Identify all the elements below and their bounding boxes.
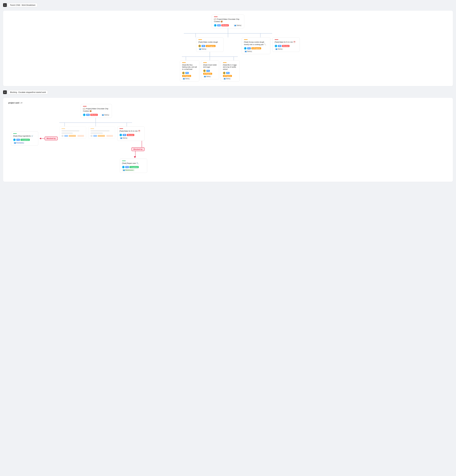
l2-team-1: 👥 Baking (203, 75, 211, 77)
s2-project-title: [📋 Project] Make Chocolate Chip Cookies … (83, 108, 110, 112)
s2-proj-priority: P0 (86, 114, 90, 116)
repair-priority: P2 (125, 166, 129, 168)
l2-title-1: [Task] Cream butter and sugar (203, 64, 217, 68)
l1-avatar-1: 👤 (244, 47, 247, 50)
repair-title: [Task] Repair oven 🔧 (122, 162, 145, 164)
root-team: 👥 Baking (233, 24, 242, 26)
l1-title-0: [Task] Make cookie dough (198, 41, 221, 43)
bake-avatar: 👤 (120, 134, 122, 136)
blocked-by-label-1: Blocked by (45, 136, 58, 140)
section-1-title: Parent Child - Work Breakdown (8, 3, 37, 7)
repair-status: Completed (129, 166, 139, 168)
l1-team-1: 👥 Baking (244, 50, 253, 52)
shop-meta: 👤 P1 Completed 👥 Purchasing (13, 138, 36, 144)
shop-priority: P1 (16, 139, 20, 141)
repair-team: 👥 Maintenance (122, 169, 135, 171)
l1-priority-0: P0 (202, 45, 205, 47)
l1-team-0: 👥 Baking (198, 48, 207, 50)
l1-accent-1 (244, 39, 248, 40)
l1-avatar-0: 👤 (198, 45, 201, 47)
l1-card-1[interactable]: [Task] Scoop cookie dough evenly onto a … (242, 37, 270, 54)
shop-team: 👥 Purchasing (13, 142, 25, 144)
bake-priority: P0 (123, 134, 126, 136)
level1-row: [Task] Make cookie dough 👤 P0 In Progres… (180, 37, 276, 81)
bake-team: 👥 Baking (120, 137, 128, 139)
blocked-by-label-2: Blocked by (131, 147, 145, 151)
l2-priority-1: P1 (206, 70, 210, 72)
l1-title-2: [Task] Bake for 9-11 min ⏰ (275, 41, 298, 43)
l1-card-2[interactable]: [Task] Bake for 9-11 min ⏰ 👤 P0 Blocked … (272, 37, 300, 52)
shop-task-card[interactable]: [Task] Shop ingredients 🛒 👤 P1 Completed… (11, 131, 38, 146)
root-title: [📋 Project] Make Chocolate Chip Cookies … (214, 18, 242, 23)
arrow-down-head (134, 156, 136, 158)
level2-row: [Task] Mix flour, baking soda, and salt … (180, 60, 240, 81)
section-2: 2 Blocking - Escalate stopped/not starte… (3, 90, 453, 182)
conn-v-l1-right (260, 34, 260, 37)
root-status: Blocked (221, 24, 229, 26)
bake-title: [Task] Bake for 9-11 min ⏰ (120, 130, 142, 132)
repair-meta: 👤 P2 Completed 👥 Maintenance (122, 166, 145, 171)
section-1: 1 Parent Child - Work Breakdown [📋 Proje… (3, 3, 453, 86)
l1-meta-2: 👤 P0 Blocked 👥 Baking (275, 45, 298, 50)
team-icon: 👥 (234, 25, 236, 26)
l1-priority-1: P1 (247, 47, 251, 49)
l2-status-2: In Progress (223, 75, 232, 77)
blurred-card-2 (88, 126, 115, 139)
l2-meta-1: 👤 P1 In Progress 👥 Baking (203, 69, 217, 77)
l1-title-1: [Task] Scoop cookie dough evenly onto a … (244, 41, 268, 46)
bake-status: Blocked (127, 134, 134, 136)
l1-accent-0 (198, 39, 202, 40)
root-meta: 👤 P0 Blocked 👥 Baking (214, 24, 242, 27)
l2-avatar-2: 👤 (223, 72, 225, 74)
l2-avatar-0: 👤 (182, 72, 185, 74)
conn-l1-0-down (210, 52, 210, 57)
l1-priority-2: P0 (278, 45, 281, 47)
blurred-card-1 (59, 126, 86, 139)
shop-avatar: 👤 (13, 138, 16, 141)
l1-card-0[interactable]: [Task] Make cookie dough 👤 P0 In Progres… (196, 37, 224, 52)
section-2-number: 2 (3, 90, 7, 94)
s2-proj-avatar: 👤 (83, 114, 86, 116)
section-2-content: project card --> [Task] Shop ingredients… (3, 98, 453, 182)
l2-card-0[interactable]: [Task] Mix flour, baking soda, and salt … (180, 60, 199, 81)
l2-meta-0: 👤 P1 In Progress 👥 Baking (182, 72, 197, 80)
l2-team-0: 👥 Baking (182, 77, 190, 80)
l2-status-0: In Progress (182, 75, 191, 77)
section-1-content: [📋 Project] Make Chocolate Chip Cookies … (3, 11, 453, 86)
section-2-header: 2 Blocking - Escalate stopped/not starte… (3, 90, 453, 94)
section-1-number: 1 (3, 3, 7, 7)
l2-title-0: [Task] Mix flour, baking soda, and salt … (182, 64, 197, 70)
arrow-line (41, 138, 45, 139)
l2-card-2[interactable]: [Task] Mix in 2 eggs and a tsp of vanill… (221, 60, 240, 81)
l1-status-1: In Progress (251, 47, 261, 49)
l2-team-2: 👥 Baking (223, 77, 231, 80)
conn-v-l1-left (196, 34, 196, 37)
s2-project-card[interactable]: [📋 Project] Make Chocolate Chip Cookies … (81, 104, 112, 118)
repair-avatar: 👤 (122, 166, 125, 168)
l1-team-2: 👥 Baking (275, 48, 283, 50)
shop-title: [Task] Shop ingredients 🛒 (13, 135, 36, 137)
repair-card[interactable]: [Task] Repair oven 🔧 👤 P2 Completed 👥 Ma… (120, 159, 147, 173)
l2-avatar-1: 👤 (203, 69, 206, 72)
l1-status-0: In Progress (206, 45, 215, 47)
connector-root-down (228, 28, 228, 33)
l1-meta-0: 👤 P0 In Progress 👥 Baking (198, 45, 221, 50)
l1-avatar-2: 👤 (275, 45, 277, 47)
l1-accent-2 (275, 39, 278, 40)
l1-meta-1: 👤 P1 In Progress 👥 Baking (244, 47, 268, 52)
bake-meta: 👤 P0 Blocked 👥 Baking (120, 134, 142, 139)
l2-card-1[interactable]: [Task] Cream butter and sugar 👤 P1 In Pr… (201, 60, 219, 79)
root-accent (214, 17, 218, 17)
conn-v-l1-center (228, 34, 228, 37)
s2-project-meta: 👤 P0 Blocked 👥 Baking (83, 114, 110, 116)
l2-status-1: In Progress (203, 73, 212, 75)
l2-priority-2: P1 (226, 72, 230, 74)
bake-down-line (142, 141, 142, 147)
bake-card[interactable]: [Task] Bake for 9-11 min ⏰ 👤 P0 Blocked … (117, 126, 145, 141)
l2-title-2: [Task] Mix in 2 eggs and a tsp of vanill… (223, 64, 238, 70)
l1-status-2: Blocked (282, 45, 290, 47)
root-card[interactable]: [📋 Project] Make Chocolate Chip Cookies … (212, 15, 244, 28)
section-1-header: 1 Parent Child - Work Breakdown (3, 3, 453, 7)
s2-proj-status: Blocked (90, 114, 98, 116)
section-2-title: Blocking - Escalate stopped/not started … (8, 90, 48, 94)
